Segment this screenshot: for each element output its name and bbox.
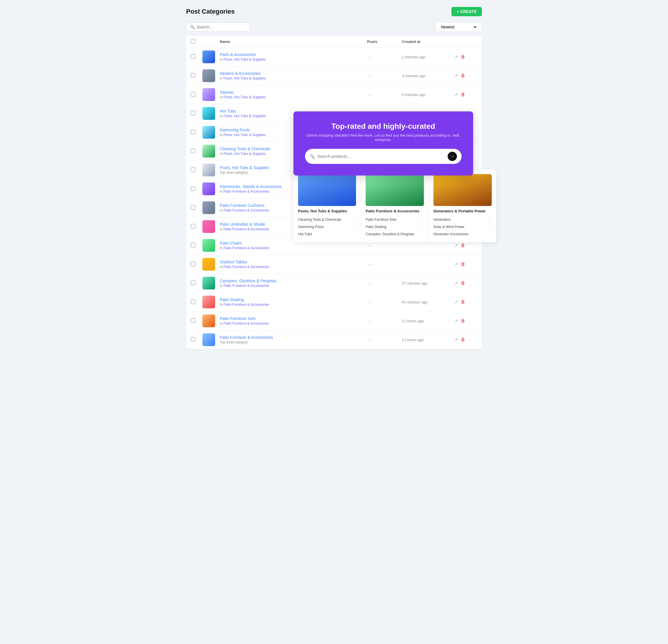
row-thumbnail [202, 145, 215, 158]
row-name-link[interactable]: Patio Chairs [220, 241, 242, 245]
row-name-link[interactable]: Patio Umbrellas & Shade [220, 222, 265, 227]
row-checkbox-13[interactable] [191, 281, 195, 285]
row-checkbox-10[interactable] [191, 224, 195, 229]
row-edit-icon[interactable]: ↗ [454, 54, 458, 60]
row-created-at: 6 minutes ago [402, 92, 454, 97]
row-name-link[interactable]: Swimming Pools [220, 128, 249, 132]
row-checkbox-8[interactable] [191, 186, 195, 191]
promo-banner: Top-rated and highly-curated Online shop… [293, 111, 473, 176]
row-checkbox-12[interactable] [191, 262, 195, 266]
cat-link-label: Hot Tubs [298, 232, 312, 236]
row-delete-icon[interactable]: 🗑 [461, 299, 465, 304]
cat-link-row[interactable]: Cleaning Tools & Chemicals → [298, 216, 356, 223]
row-name-link[interactable]: Parts & Accessories [220, 52, 256, 57]
row-parent-label: in Patio Furniture & Accessories [220, 321, 367, 326]
row-checkbox-7[interactable] [191, 167, 195, 172]
row-name-link[interactable]: Patio Seating [220, 297, 244, 302]
cat-card-title: Patio Furniture & Accessories [366, 209, 424, 213]
row-created-at: 37 minutes ago [402, 281, 454, 285]
sort-select-input[interactable]: Newest Oldest A-Z Z-A [440, 24, 477, 30]
cat-link-row[interactable]: Patio Seating → [366, 223, 424, 230]
row-delete-icon[interactable]: 🗑 [461, 92, 465, 97]
row-checkbox-16[interactable] [191, 337, 195, 342]
search-input[interactable] [197, 25, 246, 29]
row-edit-icon[interactable]: ↗ [454, 73, 458, 79]
row-delete-icon[interactable]: 🗑 [461, 318, 465, 324]
cat-link-row[interactable]: Swimming Pools → [298, 223, 356, 230]
row-name-link[interactable]: Patio Furniture & Accessories [220, 335, 273, 340]
row-thumbnail [202, 182, 215, 195]
row-delete-icon[interactable]: 🗑 [461, 262, 465, 267]
row-name-cell: Parts & Accessories in Pools, Hot Tubs &… [220, 52, 367, 61]
row-name-link[interactable]: Cleaning Tools & Chemicals [220, 147, 270, 151]
create-button[interactable]: + CREATE [452, 7, 482, 16]
row-checkbox-4[interactable] [191, 111, 195, 116]
banner-subtitle: Online shopping shouldn't feel like work… [305, 133, 461, 142]
banner-search-input[interactable] [318, 154, 445, 159]
cat-link-arrow-icon: → [488, 232, 492, 236]
cat-link-label: Canopies, Gazebos & Pergolas [366, 232, 414, 236]
cat-link-row[interactable]: Hot Tubs → [298, 230, 356, 238]
row-name-link[interactable]: Heaters & Accessories [220, 71, 261, 76]
table-row: Heaters & Accessories in Pools, Hot Tubs… [186, 66, 482, 85]
cat-link-arrow-icon: → [352, 218, 356, 222]
row-checkbox-5[interactable] [191, 130, 195, 134]
row-delete-icon[interactable]: 🗑 [461, 243, 465, 248]
cat-card-image [366, 174, 424, 206]
row-thumbnail [202, 239, 215, 252]
row-checkbox-11[interactable] [191, 243, 195, 248]
row-thumbnail [202, 107, 215, 120]
row-name-link[interactable]: Canopies, Gazebos & Pergolas [220, 279, 276, 283]
row-delete-icon[interactable]: 🗑 [461, 73, 465, 78]
cat-link-row[interactable]: Generator Accessories → [434, 230, 492, 238]
row-name-cell: Heaters & Accessories in Pools, Hot Tubs… [220, 71, 367, 80]
row-name-link[interactable]: Pools, Hot Tubs & Supplies [220, 165, 269, 170]
row-delete-icon[interactable]: 🗑 [461, 54, 465, 59]
row-name-link[interactable]: Patio Furniture Cushions [220, 203, 264, 208]
banner-search-button[interactable]: → [447, 152, 457, 161]
row-name-link[interactable]: Hot Tubs [220, 109, 236, 114]
row-name-cell: Canopies, Gazebos & Pergolas in Patio Fu… [220, 279, 367, 288]
row-checkbox-15[interactable] [191, 318, 195, 323]
cat-link-row[interactable]: Patio Furniture Sets → [366, 216, 424, 223]
row-parent-label: in Pools, Hot Tubs & Supplies [220, 76, 367, 80]
cat-card-2: Generators & Portable Power Generators →… [429, 169, 496, 242]
row-name-link[interactable]: Patio Furniture Sets [220, 316, 256, 321]
row-edit-icon[interactable]: ↗ [454, 337, 458, 343]
cat-link-row[interactable]: Canopies, Gazebos & Pergolas → [366, 230, 424, 238]
row-checkbox-1[interactable] [191, 54, 195, 59]
banner-title: Top-rated and highly-curated [305, 122, 461, 131]
row-edit-icon[interactable]: ↗ [454, 318, 458, 324]
row-edit-icon[interactable]: ↗ [454, 243, 458, 248]
page-title: Post Categories [186, 8, 235, 15]
row-parent-label: in Patio Furniture & Accessories [220, 265, 367, 269]
row-checkbox-9[interactable] [191, 205, 195, 210]
cat-card-title: Pools, Hot Tubs & Supplies [298, 209, 356, 213]
row-edit-icon[interactable]: ↗ [454, 281, 458, 286]
row-parent-label: in Patio Furniture & Accessories [220, 302, 367, 306]
row-created-at: 11 hours ago [402, 338, 454, 342]
row-thumbnail [202, 201, 215, 214]
row-checkbox-2[interactable] [191, 73, 195, 78]
search-container: 🔍 [186, 23, 250, 31]
sort-dropdown[interactable]: Newest Oldest A-Z Z-A [436, 22, 482, 32]
cat-link-arrow-icon: → [352, 225, 356, 229]
row-checkbox-3[interactable] [191, 92, 195, 96]
row-name-link[interactable]: Outdoor Tables [220, 260, 247, 264]
row-edit-icon[interactable]: ↗ [454, 92, 458, 98]
row-name-link[interactable]: Saunas [220, 90, 233, 94]
row-delete-icon[interactable]: 🗑 [461, 337, 465, 342]
row-edit-icon[interactable]: ↗ [454, 262, 458, 267]
row-delete-icon[interactable]: 🗑 [461, 281, 465, 286]
select-all-checkbox[interactable] [191, 39, 195, 44]
row-name-link[interactable]: Hammocks, Stands & Accessories [220, 184, 282, 189]
row-posts: — [367, 281, 402, 285]
table-row: Patio Furniture & Accessories Top level … [186, 330, 482, 349]
row-edit-icon[interactable]: ↗ [454, 299, 458, 305]
row-checkbox-6[interactable] [191, 149, 195, 153]
cat-link-arrow-icon: → [488, 218, 492, 222]
cat-link-row[interactable]: Solar & Wind Power → [434, 223, 492, 230]
cat-link-row[interactable]: Generators → [434, 216, 492, 223]
row-actions: ↗ 🗑 [454, 337, 477, 343]
row-checkbox-14[interactable] [191, 299, 195, 304]
